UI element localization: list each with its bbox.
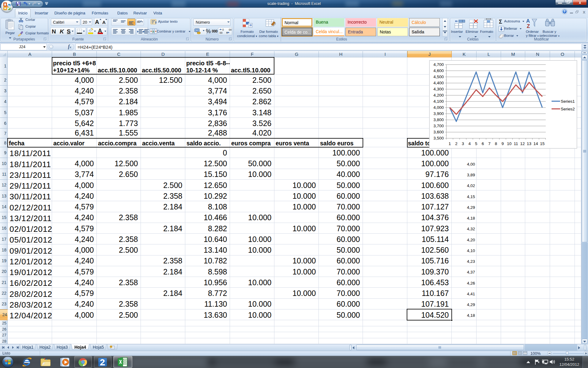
- svg-text:4,200: 4,200: [433, 93, 444, 98]
- svg-text:3,900: 3,900: [433, 111, 444, 116]
- svg-text:4,300: 4,300: [433, 87, 444, 91]
- svg-text:4,600: 4,600: [433, 68, 444, 73]
- svg-text:00: 00: [220, 31, 223, 34]
- svg-text:3,600: 3,600: [433, 130, 444, 134]
- svg-text:7: 7: [488, 141, 491, 146]
- svg-text:12: 12: [520, 141, 525, 146]
- svg-text:00: 00: [229, 28, 232, 31]
- svg-text:15: 15: [540, 141, 545, 146]
- svg-text:3,800: 3,800: [433, 117, 444, 122]
- svg-text:4,400: 4,400: [433, 81, 444, 85]
- svg-text:0: 0: [222, 28, 224, 31]
- svg-text:8: 8: [495, 141, 497, 146]
- svg-text:Series1: Series1: [561, 99, 575, 104]
- svg-text:ab: ab: [137, 20, 141, 23]
- svg-text:4,000: 4,000: [433, 105, 444, 110]
- svg-text:13: 13: [527, 141, 531, 146]
- svg-text:3,700: 3,700: [433, 124, 444, 128]
- svg-text:Series2: Series2: [561, 107, 575, 111]
- svg-text:4,700: 4,700: [433, 62, 444, 67]
- svg-text:Z: Z: [527, 23, 530, 29]
- svg-text:3,500: 3,500: [433, 136, 444, 140]
- svg-text:4,100: 4,100: [433, 99, 444, 104]
- svg-text:6: 6: [482, 141, 484, 146]
- svg-text:10: 10: [507, 141, 511, 146]
- svg-text:3: 3: [462, 141, 464, 146]
- svg-text:14: 14: [533, 141, 538, 146]
- svg-text:1: 1: [449, 141, 451, 146]
- svg-text:0: 0: [226, 31, 228, 34]
- svg-text:4: 4: [468, 141, 471, 146]
- svg-text:11: 11: [514, 141, 518, 146]
- svg-text:2: 2: [455, 141, 458, 146]
- svg-text:5: 5: [475, 141, 477, 146]
- svg-text:a: a: [153, 29, 155, 33]
- svg-text:9: 9: [501, 141, 504, 146]
- svg-text:4,500: 4,500: [433, 75, 444, 79]
